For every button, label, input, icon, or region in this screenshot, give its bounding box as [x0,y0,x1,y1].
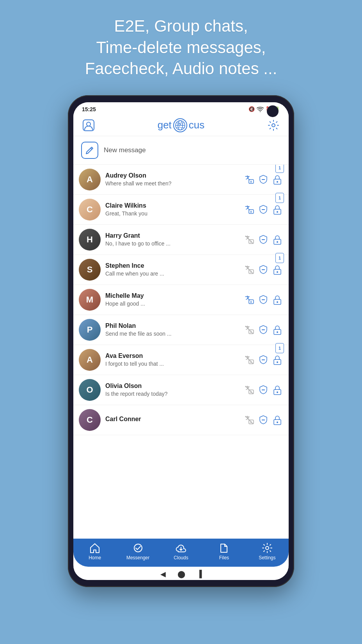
new-message-row[interactable]: New message [73,136,289,165]
svg-point-14 [277,181,278,183]
wifi-icon [257,107,264,112]
translate-button[interactable]: A [243,234,255,246]
translate-button[interactable]: A [243,384,255,396]
block-button[interactable] [257,324,269,336]
files-icon [218,543,229,553]
svg-text:A: A [250,301,252,303]
chat-item[interactable]: CCarl Conner A [73,405,289,435]
translate-button[interactable]: A [243,414,255,426]
block-button[interactable] [257,294,269,306]
avatar: H [79,229,101,251]
translate-button[interactable]: A [243,264,255,276]
home-button[interactable]: ⬤ [177,570,185,578]
unread-badge: 1 [275,253,284,263]
chat-preview: Where shall we meet then? [105,180,243,187]
chat-item[interactable]: CClaire WilkinsGreat, Thank you1 A [73,195,289,225]
nav-item-settings[interactable]: Settings [246,543,289,560]
chat-item[interactable]: SStephen InceCall me when you are ...1 A [73,255,289,285]
app-logo: get ? cus [158,118,205,132]
translate-button[interactable]: A [243,294,255,306]
messenger-icon [133,543,144,553]
chat-name: Michelle May [105,292,243,299]
svg-text:A: A [250,210,252,213]
compose-icon [81,142,98,159]
back-button[interactable]: ◀ [160,570,166,578]
chat-name: Phil Nolan [105,322,243,329]
unread-badge: 1 [275,193,284,203]
settings-icon [262,543,273,553]
nav-label-files: Files [219,555,229,560]
translate-button[interactable]: A [243,354,255,366]
chat-item[interactable]: MMichelle MayHope all good ... A [73,285,289,315]
avatar: C [79,199,101,221]
chat-preview: Hope all good ... [105,301,243,307]
svg-point-42 [277,331,278,333]
nav-item-clouds[interactable]: Clouds [160,543,202,560]
nav-label-home: Home [89,555,101,560]
profile-icon[interactable] [81,118,96,133]
chat-item[interactable]: AAva EversonI forgot to tell you that ..… [73,345,289,375]
avatar: S [79,259,101,281]
settings-icon[interactable] [266,118,281,133]
front-camera [267,105,279,117]
chat-name: Ava Everson [105,352,243,359]
lock-button[interactable] [272,264,283,276]
svg-point-31 [277,271,278,273]
nav-item-messenger[interactable]: Messenger [116,543,159,560]
svg-point-25 [277,241,278,243]
chat-item[interactable]: PPhil NolanSend me the file as soon ... … [73,315,289,345]
translate-button[interactable]: A [243,174,255,185]
chat-name: Carl Conner [105,416,243,423]
svg-point-19 [277,211,278,213]
chat-item[interactable]: HHarry GrantNo, I have to go to office .… [73,225,289,255]
avatar: P [79,319,101,341]
unread-badge: 1 [275,165,284,173]
chat-name: Claire Wilkins [105,202,243,209]
lock-button[interactable] [272,204,283,215]
translate-button[interactable]: A [243,324,255,336]
lock-button[interactable] [272,174,283,185]
block-button[interactable] [257,354,269,366]
hero-text: E2E, Group chats, Time-delete messages, … [62,0,301,91]
block-button[interactable] [257,384,269,396]
chat-preview: No, I have to go to office ... [105,240,243,247]
block-button[interactable] [257,174,269,185]
chat-list: AAudrey OlsonWhere shall we meet then?1 … [73,165,289,539]
lock-button[interactable] [272,324,283,336]
status-bar: 15:25 🔇 ⏰ 🔋 [73,102,289,114]
block-button[interactable] [257,414,269,426]
svg-point-36 [277,301,278,303]
avatar: A [79,169,101,190]
status-time: 15:25 [82,106,96,112]
home-icon [89,543,100,553]
chat-preview: Is the report ready today? [105,391,243,397]
block-button[interactable] [257,264,269,276]
bottom-nav: HomeMessengerCloudsFilesSettings [73,539,289,567]
translate-button[interactable]: A [243,204,255,215]
avatar: M [79,289,101,311]
phone-wrapper: 15:25 🔇 ⏰ 🔋 [68,95,294,587]
block-button[interactable] [257,234,269,246]
lock-button[interactable] [272,294,283,306]
block-button[interactable] [257,204,269,215]
chat-preview: Send me the file as soon ... [105,331,243,337]
svg-text:?: ? [178,123,181,128]
lock-button[interactable] [272,384,283,396]
svg-point-48 [277,361,278,363]
chat-item[interactable]: AAudrey OlsonWhere shall we meet then?1 … [73,165,289,195]
nav-label-messenger: Messenger [126,555,149,560]
lock-button[interactable] [272,234,283,246]
recent-button[interactable]: ▐ [197,570,202,578]
svg-point-62 [266,546,269,550]
lock-button[interactable] [272,354,283,366]
new-message-label: New message [104,146,146,154]
avatar: O [79,379,101,401]
nav-item-home[interactable]: Home [73,543,116,560]
chat-item[interactable]: OOlivia OlsonIs the report ready today? … [73,375,289,405]
svg-point-2 [87,122,90,126]
clouds-icon [176,543,186,553]
chat-preview: I forgot to tell you that ... [105,361,243,367]
lock-button[interactable] [272,414,283,426]
logo-globe: ? [173,118,187,132]
nav-item-files[interactable]: Files [202,543,245,560]
